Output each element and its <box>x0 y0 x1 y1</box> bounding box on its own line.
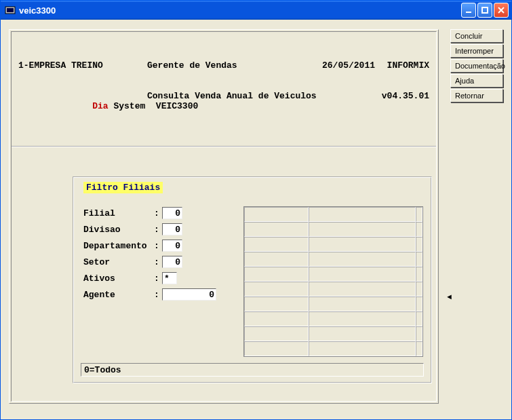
role-label: Gerente de Vendas <box>147 60 300 71</box>
header-block: 1-EMPRESA TREINO Gerente de Vendas 26/05… <box>12 32 436 147</box>
row-ativos: Ativos : <box>83 270 233 286</box>
svg-rect-2 <box>466 12 471 13</box>
departamento-input[interactable] <box>162 240 182 252</box>
ajuda-button[interactable]: Ajuda <box>450 74 503 88</box>
row-setor: Setor : <box>83 254 233 270</box>
table-row <box>244 267 422 282</box>
documentacao-button[interactable]: Documentação <box>450 59 503 73</box>
table-row <box>244 282 422 297</box>
filter-box-title: Filtro Filiais <box>83 182 163 193</box>
table-row <box>244 252 422 267</box>
filter-box: Filtro Filiais Filial : Divisao : <box>73 176 432 383</box>
divisao-label: Divisao <box>83 225 154 235</box>
result-grid <box>243 206 423 357</box>
svg-rect-1 <box>7 8 14 12</box>
filter-rows: Filial : Divisao : Departamento : <box>83 205 233 303</box>
db-label: INFORMIX <box>375 60 429 71</box>
table-row <box>244 341 422 356</box>
status-line: 0=Todos <box>81 363 424 377</box>
dia-label: Dia <box>92 101 108 111</box>
row-divisao: Divisao : <box>83 221 233 237</box>
svg-rect-3 <box>482 7 488 13</box>
date-label: 26/05/2011 <box>300 60 375 71</box>
ativos-input[interactable] <box>162 272 177 284</box>
subtitle-label: Consulta Venda Anual de Veiculos <box>147 91 317 121</box>
table-row <box>244 222 422 237</box>
titlebar: veic3300 <box>1 1 511 20</box>
system-label: System <box>113 101 145 111</box>
app-window: veic3300 Concluir Interromper Documentaç… <box>0 0 512 420</box>
agente-label: Agente <box>83 290 154 300</box>
retornar-button[interactable]: Retornar <box>450 89 503 102</box>
table-row <box>244 326 422 341</box>
filial-label: Filial <box>83 208 154 218</box>
minimize-button[interactable] <box>461 3 476 18</box>
filial-input[interactable] <box>162 207 182 219</box>
row-departamento: Departamento : <box>83 237 233 254</box>
client-area: Concluir Interromper Documentação Ajuda … <box>1 20 511 419</box>
window-controls <box>461 3 509 18</box>
departamento-label: Departamento <box>83 241 154 251</box>
concluir-button[interactable]: Concluir <box>450 29 503 43</box>
table-row <box>244 237 422 252</box>
agente-input[interactable] <box>162 288 216 301</box>
main-panel: 1-EMPRESA TREINO Gerente de Vendas 26/05… <box>9 29 439 404</box>
divisao-input[interactable] <box>162 223 182 235</box>
interromper-button[interactable]: Interromper <box>450 44 503 58</box>
app-icon <box>5 5 16 16</box>
row-filial: Filial : <box>83 205 233 221</box>
setor-label: Setor <box>83 257 154 267</box>
table-row <box>244 311 422 326</box>
maximize-button[interactable] <box>477 3 492 18</box>
table-row <box>244 297 422 311</box>
setor-input[interactable] <box>162 256 182 268</box>
version-label: v04.35.01 <box>317 91 429 121</box>
window-title: veic3300 <box>19 5 461 16</box>
company-label: 1-EMPRESA TREINO <box>18 60 147 71</box>
close-button[interactable] <box>494 3 509 18</box>
side-toolbar: Concluir Interromper Documentação Ajuda … <box>450 29 503 102</box>
ativos-label: Ativos <box>83 273 154 284</box>
caret-icon: ◄ <box>446 292 453 301</box>
table-row <box>244 207 422 222</box>
row-agente: Agente : <box>83 286 233 303</box>
